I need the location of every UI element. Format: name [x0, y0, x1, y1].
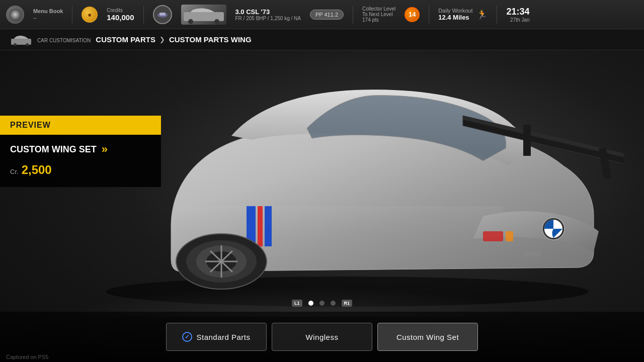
- breadcrumb-crumb2: CUSTOM PARTS WING: [169, 35, 252, 44]
- car-thumbnail: [181, 5, 226, 25]
- standard-parts-button[interactable]: ✓ Standard Parts: [166, 323, 267, 351]
- credits-label: Credits: [107, 8, 123, 13]
- credits-value: 140,000: [107, 13, 134, 22]
- svg-rect-19: [483, 231, 503, 241]
- wingless-button[interactable]: Wingless: [272, 323, 372, 351]
- divider-3: [353, 6, 353, 24]
- time-section: 21:34 27th Jan: [506, 7, 529, 23]
- runner-icon: 🏃: [476, 9, 488, 20]
- svg-rect-1: [159, 13, 166, 16]
- wing-title: CUSTOM WING SET: [10, 144, 97, 155]
- divider-5: [497, 6, 497, 24]
- gt-logo: [6, 6, 24, 24]
- pp-badge: PP 411.2: [310, 10, 344, 20]
- collector-label: Collector Level: [362, 6, 395, 12]
- menu-book-sub: --: [33, 15, 63, 21]
- daily-miles: 12.4 Miles: [438, 14, 472, 21]
- gt-logo-inner: [9, 9, 21, 21]
- car-type-icon: [153, 5, 172, 24]
- credits-section: Credits 140,000: [107, 8, 134, 22]
- l1-badge[interactable]: L1: [292, 300, 302, 307]
- clock-date: 27th Jan: [510, 17, 529, 23]
- wingless-label: Wingless: [306, 333, 339, 341]
- chevron-double-icon: »: [102, 143, 108, 156]
- level-badge: 14: [405, 7, 420, 22]
- daily-workout-section: Daily Workout 12.4 Miles 🏃: [438, 8, 488, 21]
- car-stats: FR / 205 BHP / 1,250 kg / NA: [235, 16, 301, 21]
- indicator-dot-1[interactable]: [308, 301, 313, 306]
- price-prefix: Cr.: [10, 168, 19, 175]
- breadcrumb-nav: CUSTOM PARTS ❯ CUSTOM PARTS WING: [96, 35, 251, 44]
- svg-point-3: [188, 19, 193, 24]
- preview-label: PREVIEW: [0, 116, 161, 135]
- indicator-dot-2[interactable]: [319, 301, 325, 306]
- divider-1: [72, 6, 72, 24]
- custom-wing-set-button[interactable]: Custom Wing Set: [377, 323, 478, 351]
- collector-sub: To Next Level: [362, 12, 393, 17]
- car-icon-svg: [156, 11, 169, 19]
- daily-label: Daily Workout: [438, 8, 472, 14]
- divider-2: [143, 6, 144, 24]
- preview-content: CUSTOM WING SET » Cr. 2,500: [0, 135, 161, 187]
- car-info: 3.0 CSL '73 FR / 205 BHP / 1,250 kg / NA: [235, 8, 301, 21]
- check-circle-icon: ✓: [182, 332, 192, 342]
- menu-book-label: Menu Book: [33, 8, 63, 14]
- svg-text:BMW: BMW: [523, 250, 541, 258]
- preview-panel: PREVIEW CUSTOM WING SET » Cr. 2,500: [0, 116, 161, 187]
- car-name: 3.0 CSL '73: [235, 8, 301, 16]
- bottom-bar: ✓ Standard Parts Wingless Custom Wing Se…: [0, 312, 644, 362]
- menu-book-section: Menu Book --: [33, 8, 63, 21]
- custom-wing-set-label: Custom Wing Set: [396, 333, 459, 341]
- collector-section: Collector Level To Next Level 174 pts: [362, 6, 395, 23]
- breadcrumb-chevron-icon: ❯: [159, 36, 165, 43]
- price-value: 2,500: [22, 163, 52, 177]
- clock-time: 21:34: [506, 7, 529, 17]
- car-thumb-svg: [182, 5, 226, 24]
- page-indicators: L1 R1: [292, 300, 352, 307]
- svg-point-4: [214, 19, 219, 24]
- wing-title-row: CUSTOM WING SET »: [10, 143, 151, 156]
- svg-rect-20: [506, 231, 513, 241]
- divider-4: [429, 6, 429, 24]
- coin-icon: ●: [82, 7, 98, 23]
- car-customisation-label: CAR CUSTOMISATION: [37, 38, 91, 43]
- indicator-dot-3[interactable]: [331, 301, 336, 306]
- collector-pts: 174 pts: [362, 17, 379, 23]
- captured-on-ps5: Captured on PS5: [6, 354, 48, 360]
- breadcrumb-crumb1[interactable]: CUSTOM PARTS: [96, 35, 155, 44]
- breadcrumb-car-icon: [10, 34, 32, 46]
- breadcrumb-section-label: CAR CUSTOMISATION: [37, 35, 91, 44]
- breadcrumb-bar: CAR CUSTOMISATION CUSTOM PARTS ❯ CUSTOM …: [0, 29, 644, 50]
- topbar: Menu Book -- ● Credits 140,000 3.0 CSL '…: [0, 0, 644, 29]
- standard-parts-label: Standard Parts: [196, 333, 250, 341]
- price-row: Cr. 2,500: [10, 163, 151, 177]
- r1-badge[interactable]: R1: [342, 300, 353, 307]
- daily-info: Daily Workout 12.4 Miles: [438, 8, 472, 21]
